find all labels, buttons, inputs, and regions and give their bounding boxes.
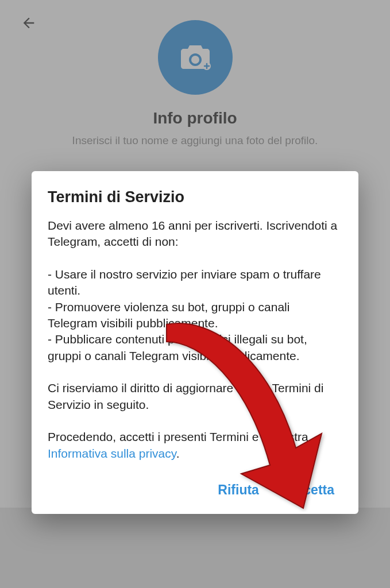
dialog-body: Devi avere almeno 16 anni per iscriverti… [48,218,342,462]
terms-bullet-2: - Promuovere violenza su bot, gruppi o c… [48,300,289,330]
accept-button[interactable]: Accetta [284,478,337,502]
dialog-title: Termini di Servizio [48,188,342,206]
terms-proceed-suffix: . [176,447,180,460]
terms-dialog: Termini di Servizio Devi avere almeno 16… [32,171,358,514]
terms-intro: Devi avere almeno 16 anni per iscriverti… [48,219,337,248]
terms-reserve: Ci riserviamo il diritto di aggiornare q… [48,381,323,411]
terms-bullet-3: - Pubblicare contenuti pornografici ille… [48,332,307,362]
terms-proceed-prefix: Procedendo, accetti i presenti Termini e… [48,430,308,443]
reject-button[interactable]: Rifiuta [215,478,261,502]
dialog-actions: Rifiuta Accetta [48,478,342,502]
privacy-link[interactable]: Informativa sulla privacy [48,447,176,460]
terms-bullet-1: - Usare il nostro servizio per inviare s… [48,268,321,297]
